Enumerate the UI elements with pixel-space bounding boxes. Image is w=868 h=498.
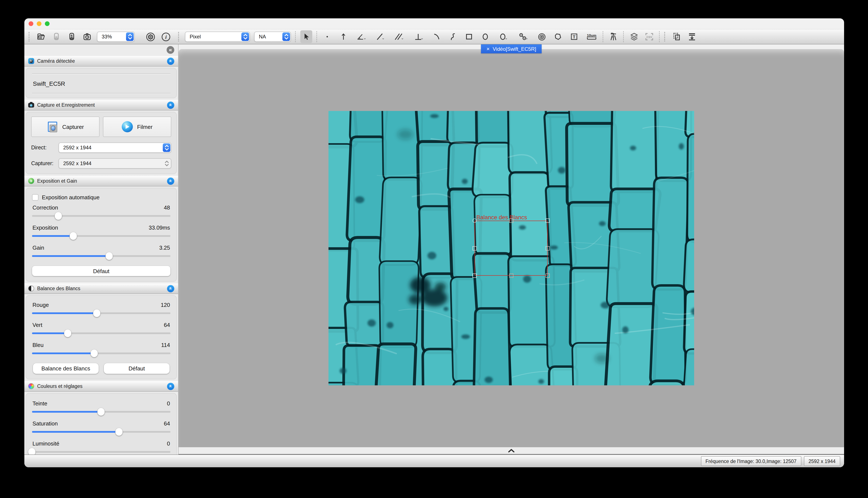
collapse-panel-button[interactable]: «	[167, 177, 174, 185]
slider-fill	[32, 411, 101, 412]
unit-select[interactable]: Pixel	[185, 31, 250, 42]
curve-tool-icon[interactable]	[447, 31, 458, 42]
slider-thumb[interactable]	[64, 329, 71, 337]
collapse-sidebar-button[interactable]: «	[167, 46, 174, 54]
slider-thumb[interactable]	[69, 232, 77, 240]
roi-handle[interactable]	[472, 274, 477, 278]
toolbar-drag-handle	[664, 32, 667, 41]
record-button[interactable]: Filmer	[103, 117, 171, 137]
roi-handle[interactable]	[546, 274, 550, 278]
green-slider[interactable]	[32, 329, 170, 338]
exposure-default-button[interactable]: Défaut	[32, 266, 170, 276]
slider-thumb[interactable]	[98, 408, 105, 416]
slider-thumb[interactable]	[93, 310, 101, 317]
frame-rate-status: Fréquence de l'Image: 30.0,Image: 12507	[701, 456, 801, 466]
capture-button[interactable]: Capturer	[31, 117, 100, 137]
play-icon	[122, 121, 133, 132]
collapse-panel-button[interactable]: «	[167, 285, 174, 292]
red-slider[interactable]	[32, 309, 170, 318]
camera-icon	[28, 103, 34, 107]
slider-group-hue: Teinte 0	[32, 400, 170, 417]
hue-slider[interactable]	[32, 407, 170, 417]
calipers-icon[interactable]	[608, 31, 619, 42]
unit-value: Pixel	[190, 34, 201, 40]
roi-handle[interactable]	[509, 219, 513, 223]
angle-tool-icon[interactable]: ⌄	[354, 31, 369, 42]
roi-handle[interactable]	[472, 219, 477, 223]
roi-handle[interactable]	[472, 246, 477, 250]
correction-slider[interactable]	[32, 211, 170, 221]
close-tab-icon[interactable]: ×	[487, 46, 490, 52]
stepper-icon	[163, 143, 170, 152]
minimize-window-button[interactable]	[37, 21, 41, 26]
white-balance-button[interactable]: Balance des Blancs	[33, 363, 99, 374]
info-icon[interactable]: i	[160, 31, 171, 42]
tab-row: × Vidéo[Swift_EC5R]	[179, 44, 844, 49]
slider-fill	[32, 332, 68, 334]
blue-slider[interactable]	[32, 349, 170, 358]
ellipse-tool-icon[interactable]	[480, 31, 491, 42]
capture-resolution-value: 2592 x 1944	[63, 160, 91, 167]
perpendicular-tool-icon[interactable]: ⌄	[411, 31, 426, 42]
camera-timer-icon[interactable]	[81, 31, 93, 42]
white-balance-roi[interactable]	[475, 221, 548, 276]
slider-thumb[interactable]	[115, 428, 123, 436]
slider-value: 3.25	[159, 245, 170, 251]
arc-tool-icon[interactable]	[431, 31, 442, 42]
live-video-frame: Balance des Blancs	[329, 111, 694, 385]
exposure-slider[interactable]	[32, 231, 170, 241]
auto-exposure-checkbox[interactable]	[32, 194, 38, 200]
duplicate-icon[interactable]	[671, 31, 682, 42]
zoom-window-button[interactable]	[45, 21, 50, 26]
bottom-panel-toggle[interactable]	[179, 447, 844, 455]
slider-thumb[interactable]	[106, 252, 113, 260]
ellipse-options-tool-icon[interactable]: ⌄	[496, 31, 510, 42]
line-tool-icon[interactable]: ⌄	[374, 31, 386, 42]
linked-circles-tool-icon[interactable]: ⌄	[515, 31, 531, 42]
direct-resolution-select[interactable]: 2592 x 1944	[59, 143, 171, 153]
collapse-panel-button[interactable]: «	[167, 383, 174, 390]
parallel-lines-tool-icon[interactable]: ⌄	[392, 31, 406, 42]
tab-video[interactable]: × Vidéo[Swift_EC5R]	[481, 44, 542, 53]
polygon-tool-icon[interactable]	[552, 31, 563, 42]
divider	[32, 74, 170, 74]
layers-icon[interactable]	[628, 31, 639, 42]
white-balance-icon	[28, 286, 34, 291]
cursor-tool-icon[interactable]	[300, 30, 312, 43]
annotation-tools: ⌄ ⌄ ⌄ ⌄	[322, 31, 598, 42]
slider-thumb[interactable]	[28, 448, 36, 455]
rectangle-tool-icon[interactable]	[463, 31, 475, 42]
slider-value: 64	[164, 322, 170, 328]
roi-handle[interactable]	[546, 246, 550, 250]
chevron-up-double-icon: «	[168, 60, 173, 62]
scale-bar-10um-icon[interactable]: 10um	[585, 31, 598, 42]
objective-na-value: NA	[259, 34, 266, 40]
chevron-up-double-icon: «	[168, 287, 173, 290]
slider-label: Correction	[33, 205, 58, 211]
brightness-slider[interactable]	[32, 447, 170, 455]
open-file-icon[interactable]	[36, 31, 47, 42]
zoom-level-select[interactable]: 33%	[97, 31, 135, 42]
arrow-tool-icon[interactable]	[338, 31, 349, 42]
close-window-button[interactable]	[29, 21, 33, 26]
roi-handle[interactable]	[509, 274, 513, 278]
export-image-icon[interactable]	[687, 31, 698, 42]
saturation-slider[interactable]	[32, 427, 170, 436]
exposure-icon: +	[28, 178, 34, 184]
concentric-circles-tool-icon[interactable]	[536, 31, 547, 42]
point-tool-icon[interactable]	[322, 31, 333, 42]
text-tool-icon[interactable]: T	[569, 31, 580, 42]
capture-resolution-select[interactable]: 2592 x 1944	[59, 158, 171, 169]
slider-thumb[interactable]	[91, 350, 98, 357]
slider-group-brightness: Luminosité 0	[32, 441, 170, 455]
white-balance-default-button[interactable]: Défaut	[104, 363, 169, 374]
roi-handle[interactable]	[546, 219, 550, 223]
objective-na-select[interactable]: NA	[254, 31, 291, 42]
collapse-panel-button[interactable]: «	[167, 101, 174, 109]
slider-thumb[interactable]	[54, 212, 62, 220]
camera-device-flash-icon[interactable]	[66, 31, 77, 42]
gain-slider[interactable]	[32, 251, 170, 261]
slider-label: Gain	[33, 245, 44, 251]
collapse-panel-button[interactable]: «	[167, 57, 174, 65]
settings-gear-icon[interactable]	[145, 31, 156, 42]
